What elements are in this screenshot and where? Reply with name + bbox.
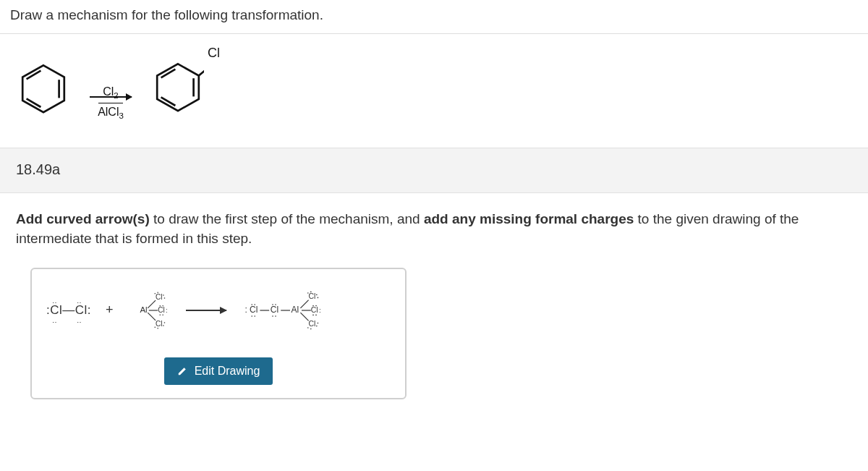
- svg-point-16: [163, 297, 165, 299]
- question-text: Draw a mechanism for the following trans…: [10, 7, 323, 22]
- svg-point-29: [163, 322, 165, 323]
- svg-marker-0: [22, 65, 64, 112]
- svg-point-32: [251, 304, 252, 305]
- svg-point-47: [310, 291, 312, 292]
- svg-text:Cl: Cl: [250, 305, 258, 315]
- svg-point-14: [157, 292, 158, 293]
- svg-text:Cl: Cl: [308, 320, 315, 328]
- svg-text::: :: [166, 307, 168, 314]
- svg-text:Cl: Cl: [158, 306, 165, 314]
- reactant-alcl3: Al Cl Cl : Cl: [128, 288, 169, 333]
- svg-point-62: [317, 323, 318, 324]
- svg-text:Al: Al: [140, 305, 147, 314]
- svg-point-34: [251, 315, 252, 317]
- svg-point-28: [163, 325, 164, 326]
- svg-text:Cl: Cl: [270, 305, 278, 315]
- product-substituent-label: Cl: [208, 46, 220, 61]
- svg-point-38: [272, 304, 273, 305]
- edit-drawing-label: Edit Drawing: [195, 365, 260, 378]
- svg-point-41: [275, 315, 276, 317]
- question-prompt: Draw a mechanism for the following trans…: [0, 0, 868, 34]
- svg-line-9: [199, 68, 204, 76]
- reaction-scheme: Cl2 AlCl3 Cl: [0, 34, 868, 148]
- svg-point-27: [157, 328, 158, 329]
- svg-point-20: [159, 305, 161, 307]
- step-instruction: Add curved arrow(s) to draw the first st…: [0, 193, 868, 268]
- instruction-bold-2: add any missing formal charges: [424, 211, 634, 226]
- svg-point-15: [163, 294, 164, 296]
- drawing-canvas[interactable]: :C‥‥l—C‥‥l: + Al Cl Cl : Cl : Cl Cl: [30, 268, 407, 399]
- reagent-bottom: AlCl3: [98, 103, 124, 122]
- svg-marker-5: [157, 64, 199, 111]
- benzene-reactant: [17, 61, 69, 122]
- svg-point-39: [275, 304, 276, 305]
- product-complex: : Cl Cl Al Cl Cl : Cl: [244, 287, 359, 334]
- svg-text:Cl: Cl: [308, 292, 315, 300]
- mechanism-equation: :C‥‥l—C‥‥l: + Al Cl Cl : Cl : Cl Cl: [46, 287, 391, 334]
- section-number-band: 18.49a: [0, 148, 868, 193]
- svg-point-49: [317, 297, 318, 298]
- svg-point-61: [316, 326, 318, 327]
- svg-point-55: [312, 314, 314, 315]
- chlorobenzene-product: Cl: [152, 60, 204, 123]
- reagent-top: Cl2: [98, 85, 123, 103]
- plus-sign: +: [106, 302, 114, 318]
- svg-text::: :: [244, 305, 247, 315]
- svg-point-59: [307, 327, 309, 328]
- svg-text:Cl: Cl: [310, 306, 318, 314]
- svg-line-11: [148, 300, 156, 308]
- svg-point-33: [254, 304, 255, 305]
- svg-point-54: [315, 305, 317, 307]
- reaction-arrow-icon: [186, 310, 226, 311]
- svg-point-21: [162, 305, 163, 307]
- svg-line-44: [300, 300, 308, 307]
- pencil-icon: [177, 366, 187, 376]
- instruction-bold-1: Add curved arrow(s): [16, 211, 150, 226]
- svg-point-26: [154, 326, 156, 328]
- svg-text:Al: Al: [291, 305, 299, 315]
- svg-point-56: [315, 314, 317, 315]
- svg-text:Cl: Cl: [156, 292, 163, 300]
- svg-point-35: [254, 315, 255, 317]
- svg-line-24: [148, 313, 156, 321]
- svg-point-46: [307, 292, 309, 294]
- svg-text::: :: [319, 306, 321, 314]
- svg-point-22: [159, 314, 161, 315]
- svg-point-53: [312, 305, 314, 307]
- svg-line-57: [300, 313, 308, 321]
- svg-point-23: [162, 314, 163, 315]
- reaction-arrow: Cl2 AlCl3: [90, 85, 132, 98]
- svg-text:Cl: Cl: [156, 320, 163, 328]
- svg-point-40: [272, 315, 273, 317]
- svg-point-48: [316, 294, 318, 295]
- section-number: 18.49a: [16, 161, 60, 177]
- instruction-text-1: to draw the first step of the mechanism,…: [150, 211, 424, 226]
- svg-point-60: [310, 328, 312, 330]
- reactant-cl2: :C‥‥l—C‥‥l:: [46, 303, 91, 318]
- edit-drawing-button[interactable]: Edit Drawing: [164, 357, 273, 385]
- svg-point-13: [154, 293, 156, 294]
